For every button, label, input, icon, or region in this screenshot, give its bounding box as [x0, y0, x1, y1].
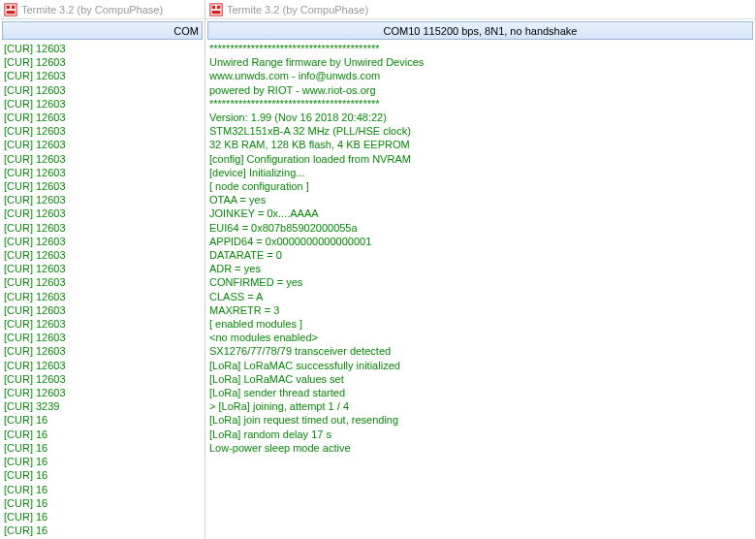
terminal-line: [CUR] 12603 — [4, 303, 201, 317]
terminal-line: [CUR] 12603 — [4, 55, 201, 69]
terminal-line: [ node configuration ] — [209, 179, 751, 193]
terminal-line: [CUR] 12603 — [4, 235, 201, 248]
svg-rect-7 — [212, 10, 221, 14]
terminal-output-left[interactable]: [CUR] 12603[CUR] 12603[CUR] 12603[CUR] 1… — [0, 40, 205, 539]
terminal-line: [CUR] 12603 — [4, 111, 201, 124]
terminal-line: [CUR] 3239 — [4, 399, 201, 413]
connection-label: COM10 115200 bps, 8N1, no handshake — [384, 25, 578, 37]
terminal-line: [CUR] 12603 — [4, 262, 201, 275]
terminal-line: [CUR] 12603 — [4, 69, 201, 82]
terminal-line: [CUR] 12603 — [4, 193, 201, 206]
terminal-line: DATARATE = 0 — [209, 248, 751, 262]
terminal-line: ****************************************… — [209, 97, 751, 111]
svg-rect-3 — [7, 10, 16, 14]
terminal-line: [CUR] 16 — [4, 428, 201, 441]
terminal-line: [CUR] 16 — [4, 496, 201, 510]
terminal-line: Unwired Range firmware by Unwired Device… — [209, 55, 751, 69]
terminal-line: 32 KB RAM, 128 KB flash, 4 KB EEPROM — [209, 138, 751, 151]
terminal-line: [CUR] 12603 — [4, 152, 201, 166]
terminal-line: [LoRa] LoRaMAC successfully initialized — [209, 359, 751, 372]
terminal-line: [CUR] 12603 — [4, 166, 201, 179]
terminal-line: [CUR] 16 — [4, 468, 201, 482]
terminal-line: APPID64 = 0x0000000000000001 — [209, 235, 751, 248]
window-right: Termite 3.2 (by CompuPhase) COM10 115200… — [205, 0, 756, 539]
terminal-line: JOINKEY = 0x....AAAA — [209, 206, 751, 220]
terminal-line: [LoRa] random delay 17 s — [209, 428, 751, 441]
terminal-line: [CUR] 12603 — [4, 221, 201, 235]
terminal-line: SX1276/77/78/79 transceiver detected — [209, 344, 751, 358]
terminal-line: Low-power sleep mode active — [209, 441, 751, 455]
terminal-line: [CUR] 12603 — [4, 179, 201, 193]
terminal-line: [CUR] 12603 — [4, 83, 201, 97]
terminal-line: [CUR] 16 — [4, 510, 201, 523]
terminal-line: [CUR] 12603 — [4, 359, 201, 372]
terminal-line: [config] Configuration loaded from NVRAM — [209, 152, 751, 166]
connection-bar-left[interactable]: COM — [2, 21, 203, 40]
terminal-line: [LoRa] sender thread started — [209, 386, 751, 399]
terminal-line: [CUR] 16 — [4, 455, 201, 468]
terminal-line: [CUR] 12603 — [4, 372, 201, 386]
terminal-line: [CUR] 12603 — [4, 97, 201, 111]
terminal-line: OTAA = yes — [209, 193, 751, 206]
svg-rect-5 — [212, 5, 216, 9]
terminal-line: [CUR] 12603 — [4, 344, 201, 358]
terminal-line: CLASS = A — [209, 290, 751, 303]
terminal-line: [CUR] 16 — [4, 413, 201, 427]
terminal-line: MAXRETR = 3 — [209, 303, 751, 317]
terminal-line: [CUR] 12603 — [4, 124, 201, 138]
terminal-line: [CUR] 12603 — [4, 138, 201, 151]
terminal-line: [ enabled modules ] — [209, 317, 751, 331]
terminal-line: [CUR] 12603 — [4, 275, 201, 289]
window-left: Termite 3.2 (by CompuPhase) COM [CUR] 12… — [0, 0, 205, 539]
terminal-line: EUI64 = 0x807b85902000055a — [209, 221, 751, 235]
terminal-line: ****************************************… — [209, 42, 751, 55]
terminal-line: [CUR] 12603 — [4, 42, 201, 55]
terminal-line: [CUR] 12603 — [4, 331, 201, 344]
terminal-line: [CUR] 12603 — [4, 206, 201, 220]
titlebar-left[interactable]: Termite 3.2 (by CompuPhase) — [0, 0, 205, 19]
app-icon — [4, 3, 17, 16]
titlebar-right[interactable]: Termite 3.2 (by CompuPhase) — [205, 0, 755, 19]
svg-rect-2 — [12, 5, 16, 9]
terminal-line: powered by RIOT - www.riot-os.org — [209, 83, 751, 97]
terminal-line: [CUR] 16 — [4, 441, 201, 455]
svg-rect-1 — [7, 5, 11, 9]
terminal-line: www.unwds.com - info@unwds.com — [209, 69, 751, 82]
terminal-line: [CUR] 12603 — [4, 317, 201, 331]
terminal-line: ADR = yes — [209, 262, 751, 275]
terminal-line: > [LoRa] joining, attempt 1 / 4 — [209, 399, 751, 413]
terminal-line: [LoRa] LoRaMAC values set — [209, 372, 751, 386]
terminal-output-right[interactable]: ****************************************… — [205, 40, 755, 539]
window-title: Termite 3.2 (by CompuPhase) — [21, 4, 163, 16]
connection-label: COM — [173, 25, 199, 37]
terminal-line: STM32L151xB-A 32 MHz (PLL/HSE clock) — [209, 124, 751, 138]
terminal-line: CONFIRMED = yes — [209, 275, 751, 289]
terminal-line: <no modules enabled> — [209, 331, 751, 344]
terminal-line: [CUR] 12603 — [4, 290, 201, 303]
terminal-line: [CUR] 16 — [4, 523, 201, 537]
svg-rect-6 — [217, 5, 221, 9]
terminal-line: [CUR] 12603 — [4, 386, 201, 399]
terminal-line: Version: 1.99 (Nov 16 2018 20:48:22) — [209, 111, 751, 124]
app-icon — [209, 3, 223, 16]
connection-bar-right[interactable]: COM10 115200 bps, 8N1, no handshake — [207, 21, 753, 40]
terminal-line: [CUR] 16 — [4, 483, 201, 496]
terminal-line: [device] Initializing... — [209, 166, 751, 179]
terminal-line: [CUR] 12603 — [4, 248, 201, 262]
window-title: Termite 3.2 (by CompuPhase) — [227, 4, 368, 16]
terminal-line: [LoRa] join request timed out, resending — [209, 413, 751, 427]
